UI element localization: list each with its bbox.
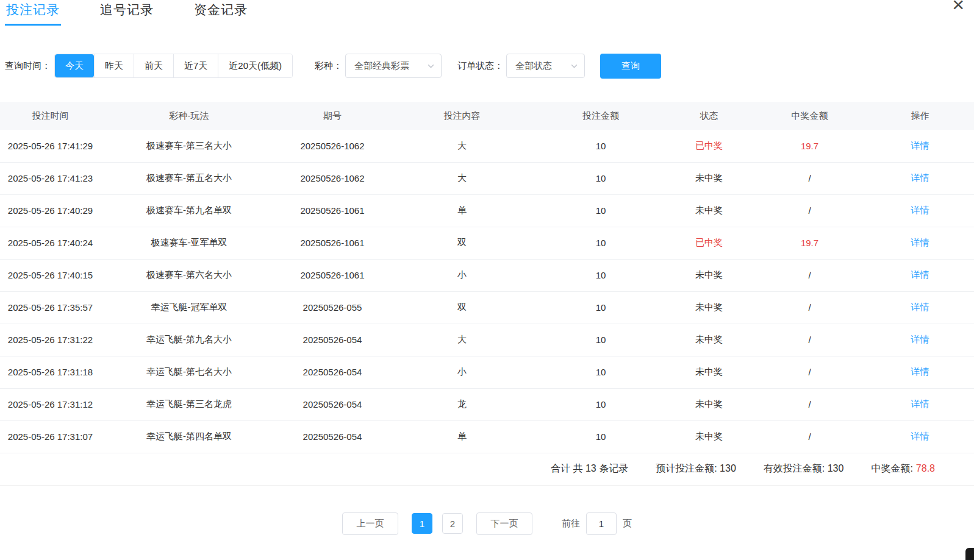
- table-row: 2025-05-26 17:41:23 极速赛车-第五名大小 20250526-…: [0, 162, 974, 194]
- summary-expected-amount: 预计投注金额: 130: [656, 463, 736, 475]
- pager-page-1[interactable]: 1: [412, 513, 432, 534]
- cell-bet-content: 大: [387, 162, 537, 194]
- cell-status: 未中奖: [665, 356, 753, 388]
- header-status: 状态: [665, 102, 753, 130]
- cell-game: 幸运飞艇-冠军单双: [101, 291, 278, 324]
- cell-prize: /: [753, 356, 866, 388]
- tab-fund-records[interactable]: 资金记录: [193, 0, 249, 26]
- cell-status: 未中奖: [665, 420, 753, 453]
- goto-label: 前往: [562, 518, 580, 530]
- chevron-down-icon: [427, 62, 435, 70]
- time-filter-option[interactable]: 近20天(低频): [218, 54, 292, 77]
- summary-bar: 合计 共 13 条记录 预计投注金额: 130 有效投注金额: 130 中奖金额…: [0, 453, 974, 486]
- cell-issue: 20250526-055: [278, 291, 387, 324]
- pager-pages: 12: [412, 513, 463, 534]
- cell-status: 未中奖: [665, 162, 753, 194]
- detail-link[interactable]: 详情: [911, 172, 929, 183]
- cell-game: 幸运飞艇-第七名大小: [101, 356, 278, 388]
- cell-prize: /: [753, 194, 866, 227]
- cell-bet-amount: 10: [537, 291, 665, 324]
- cell-bet-amount: 10: [537, 324, 665, 356]
- cell-bet-content: 大: [387, 130, 537, 162]
- lottery-type-value: 全部经典彩票: [354, 60, 409, 72]
- detail-link[interactable]: 详情: [911, 205, 929, 215]
- detail-link[interactable]: 详情: [911, 431, 929, 441]
- detail-link[interactable]: 详情: [911, 302, 929, 312]
- cell-bet-time: 2025-05-26 17:41:23: [0, 162, 101, 194]
- tab-bar: 投注记录 追号记录 资金记录: [0, 0, 974, 26]
- cell-bet-content: 小: [387, 356, 537, 388]
- cell-prize: /: [753, 291, 866, 324]
- table-row: 2025-05-26 17:31:18 幸运飞艇-第七名大小 20250526-…: [0, 356, 974, 388]
- table-row: 2025-05-26 17:40:15 极速赛车-第六名大小 20250526-…: [0, 259, 974, 291]
- table-row: 2025-05-26 17:31:12 幸运飞艇-第三名龙虎 20250526-…: [0, 388, 974, 420]
- tab-bet-records[interactable]: 投注记录: [5, 0, 61, 26]
- time-filter-option[interactable]: 近7天: [173, 54, 218, 77]
- pager-page-2[interactable]: 2: [442, 513, 463, 534]
- pagination: 上一页 12 下一页 前往 页: [0, 512, 974, 535]
- query-button[interactable]: 查询: [600, 54, 661, 79]
- goto-page-input[interactable]: [586, 512, 617, 535]
- header-bet-content: 投注内容: [387, 102, 537, 130]
- cell-bet-time: 2025-05-26 17:41:29: [0, 130, 101, 162]
- tab-chase-records[interactable]: 追号记录: [99, 0, 155, 26]
- detail-link[interactable]: 详情: [911, 140, 929, 151]
- order-status-value: 全部状态: [515, 60, 552, 72]
- cell-prize: 19.7: [753, 227, 866, 259]
- order-status-select[interactable]: 全部状态: [506, 54, 585, 78]
- table-row: 2025-05-26 17:35:57 幸运飞艇-冠军单双 20250526-0…: [0, 291, 974, 324]
- cell-issue: 20250526-1061: [278, 259, 387, 291]
- cell-status: 已中奖: [665, 130, 753, 162]
- cell-bet-time: 2025-05-26 17:31:18: [0, 356, 101, 388]
- time-filter-option[interactable]: 前天: [134, 54, 173, 77]
- cell-game: 幸运飞艇-第三名龙虎: [101, 388, 278, 420]
- prev-page-button[interactable]: 上一页: [342, 512, 398, 535]
- next-page-button[interactable]: 下一页: [476, 512, 532, 535]
- detail-link[interactable]: 详情: [911, 366, 929, 377]
- cell-issue: 20250526-054: [278, 420, 387, 453]
- cell-game: 极速赛车-第三名大小: [101, 130, 278, 162]
- cell-bet-amount: 10: [537, 227, 665, 259]
- cell-issue: 20250526-1062: [278, 130, 387, 162]
- time-filter-option[interactable]: 今天: [55, 54, 94, 77]
- detail-link[interactable]: 详情: [911, 399, 929, 409]
- time-filter-label: 查询时间：: [5, 60, 51, 72]
- lottery-type-select[interactable]: 全部经典彩票: [345, 54, 442, 78]
- cell-bet-time: 2025-05-26 17:31:22: [0, 324, 101, 356]
- detail-link[interactable]: 详情: [911, 237, 929, 247]
- cell-prize: /: [753, 162, 866, 194]
- cell-bet-time: 2025-05-26 17:40:24: [0, 227, 101, 259]
- cell-issue: 20250526-054: [278, 356, 387, 388]
- detail-link[interactable]: 详情: [911, 334, 929, 344]
- lottery-type-label: 彩种：: [315, 60, 342, 72]
- table-row: 2025-05-26 17:41:29 极速赛车-第三名大小 20250526-…: [0, 130, 974, 162]
- close-icon[interactable]: ×: [952, 0, 964, 15]
- summary-prize-value: 78.8: [916, 463, 935, 473]
- summary-total: 合计 共 13 条记录: [551, 463, 628, 475]
- cell-bet-amount: 10: [537, 130, 665, 162]
- filter-bar: 查询时间： 今天昨天前天近7天近20天(低频) 彩种： 全部经典彩票 订单状态：…: [0, 54, 974, 78]
- cell-status: 未中奖: [665, 388, 753, 420]
- cell-bet-time: 2025-05-26 17:35:57: [0, 291, 101, 324]
- detail-link[interactable]: 详情: [911, 269, 929, 280]
- table-row: 2025-05-26 17:40:24 极速赛车-亚军单双 20250526-1…: [0, 227, 974, 259]
- cell-bet-time: 2025-05-26 17:31:12: [0, 388, 101, 420]
- cell-status: 未中奖: [665, 259, 753, 291]
- cell-game: 幸运飞艇-第四名单双: [101, 420, 278, 453]
- header-bet-time: 投注时间: [0, 102, 101, 130]
- cell-game: 极速赛车-第五名大小: [101, 162, 278, 194]
- cell-game: 极速赛车-第九名单双: [101, 194, 278, 227]
- cell-bet-time: 2025-05-26 17:40:15: [0, 259, 101, 291]
- header-game: 彩种-玩法: [101, 102, 278, 130]
- time-filter-group: 今天昨天前天近7天近20天(低频): [54, 54, 293, 78]
- bet-records-table: 投注时间 彩种-玩法 期号 投注内容 投注金额 状态 中奖金额 操作 2025-…: [0, 102, 974, 453]
- time-filter-option[interactable]: 昨天: [94, 54, 134, 77]
- chevron-down-icon: [570, 62, 578, 70]
- cell-prize: /: [753, 420, 866, 453]
- cell-bet-amount: 10: [537, 162, 665, 194]
- cell-bet-time: 2025-05-26 17:40:29: [0, 194, 101, 227]
- cell-bet-content: 单: [387, 420, 537, 453]
- cell-prize: /: [753, 259, 866, 291]
- summary-valid-amount: 有效投注金额: 130: [764, 463, 844, 475]
- cell-game: 极速赛车-亚军单双: [101, 227, 278, 259]
